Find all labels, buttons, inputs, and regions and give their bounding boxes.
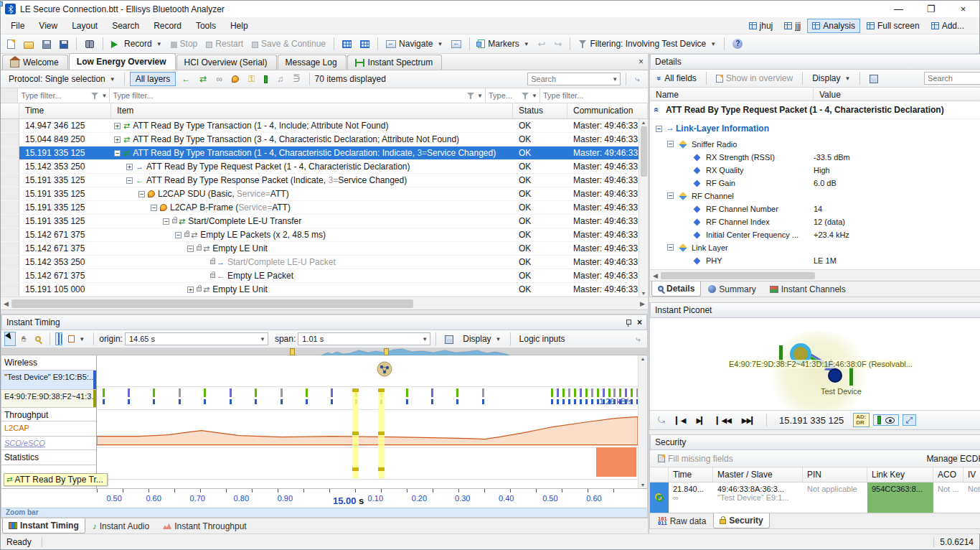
- set-markers-button[interactable]: [339, 38, 355, 50]
- time-filter-input[interactable]: [18, 91, 91, 100]
- details-display-button[interactable]: Display▼: [809, 72, 854, 85]
- open-file-button[interactable]: [20, 38, 37, 50]
- tab-welcome[interactable]: Welcome: [2, 55, 68, 70]
- table-row[interactable]: 14.947 346 125+⇄ATT Read By Type Transac…: [1, 119, 648, 133]
- save-button[interactable]: [39, 38, 55, 50]
- column-header-communication[interactable]: Communication: [567, 103, 648, 118]
- details-group[interactable]: −RF Channel: [650, 190, 980, 202]
- collapse-icon[interactable]: −: [175, 232, 182, 238]
- span-combo[interactable]: 1.01 s▼: [298, 332, 430, 345]
- table-row[interactable]: 15.142 353 250→Start/Complete LE-U Packe…: [1, 256, 648, 269]
- security-row[interactable]: 21.840...∞ 49:46:33:8A:36:3..."Test Devi…: [650, 483, 980, 513]
- table-row[interactable]: 15.191 335 125−L2CAP SDU (Basic, Service…: [1, 187, 648, 201]
- profile-layer-button[interactable]: [260, 74, 271, 85]
- timing-sync-button[interactable]: ⤷: [632, 332, 644, 345]
- collapse-icon[interactable]: −: [114, 150, 121, 157]
- transfer-layer-button[interactable]: ⇄: [196, 73, 210, 85]
- zoom-bar[interactable]: Zoom bar: [1, 508, 647, 517]
- status-filter-input[interactable]: [486, 91, 522, 100]
- tab-summary[interactable]: Summary: [702, 281, 762, 297]
- timing-chart[interactable]: Wireless"Test Device" E9:1C:B5:...E4:90:…: [1, 355, 647, 488]
- column-header-status[interactable]: Status: [513, 103, 567, 118]
- details-field[interactable]: RX QualityHigh: [650, 164, 980, 177]
- tab-message-log[interactable]: Message Log: [278, 55, 347, 70]
- layout-tab-add[interactable]: Add...: [926, 19, 969, 33]
- grid-vertical-scrollbar[interactable]: ▲ ▼: [639, 119, 648, 297]
- menu-file[interactable]: File: [4, 19, 32, 33]
- tab-details[interactable]: Details: [651, 281, 701, 297]
- overview-search-input[interactable]: [528, 75, 610, 83]
- stop-button[interactable]: Stop: [167, 37, 202, 50]
- piconet-canvas[interactable]: E4:90:7E:9D:38:F2~41:3D:1F:46:38:0F (Res…: [650, 318, 980, 410]
- zoom-tool-button[interactable]: [32, 335, 44, 343]
- next-event-button[interactable]: ▶▎: [692, 415, 709, 426]
- table-row[interactable]: 15.142 353 250+→ATT Read By Type Request…: [1, 160, 648, 174]
- close-button[interactable]: ×: [947, 1, 979, 17]
- fill-missing-fields-button[interactable]: Fill missing fields: [654, 452, 737, 465]
- details-value-column[interactable]: Value: [814, 88, 980, 101]
- collapse-icon[interactable]: −: [151, 205, 157, 211]
- timing-label-sco-esco[interactable]: SCO/eSCO: [1, 437, 96, 450]
- security-column-pin[interactable]: PIN: [803, 467, 867, 482]
- collapse-icon[interactable]: −: [163, 218, 169, 225]
- next-marker-button[interactable]: ↪: [551, 37, 566, 51]
- horizontal-splitter[interactable]: [1, 309, 648, 314]
- prev-event-button[interactable]: ▎◀: [672, 415, 689, 426]
- spectrum-sync-button[interactable]: ⤷: [631, 73, 644, 85]
- all-layers-button[interactable]: All layers: [130, 72, 176, 86]
- collapse-icon[interactable]: −: [126, 177, 133, 184]
- visibility-toggle[interactable]: [885, 417, 895, 424]
- collapse-icon[interactable]: −: [667, 244, 674, 251]
- tab-instant-timing[interactable]: Instant Timing: [2, 518, 85, 533]
- save-as-button[interactable]: [56, 38, 72, 50]
- table-row[interactable]: 15.142 671 375←Empty LE PacketOKMaster: …: [1, 269, 648, 283]
- timing-label-l2cap[interactable]: L2CAP: [1, 421, 96, 437]
- layout-tab-analysis[interactable]: Analysis: [807, 19, 860, 33]
- markers-button[interactable]: Markers▼: [474, 37, 532, 50]
- link-layer-section[interactable]: −→Link-Layer Information: [650, 119, 980, 138]
- tab-instant-channels[interactable]: Instant Channels: [763, 281, 852, 297]
- close-view-icon[interactable]: ×: [639, 57, 644, 67]
- manage-ecdh-keys-button[interactable]: Manage ECDH Keys: [923, 452, 980, 465]
- pin-icon[interactable]: [626, 319, 631, 327]
- activity-toggle[interactable]: [877, 416, 881, 424]
- timing-copy-button[interactable]: [441, 333, 457, 345]
- details-name-column[interactable]: Name: [650, 88, 814, 101]
- link-layer-button[interactable]: ∞: [212, 73, 226, 85]
- help-button[interactable]: ?: [729, 37, 746, 50]
- select-tool-button[interactable]: [4, 332, 16, 346]
- show-in-overview-button[interactable]: Show in overview: [712, 72, 796, 85]
- record-button[interactable]: Record▼: [108, 37, 166, 50]
- logic-inputs-button[interactable]: Logic inputs: [516, 332, 569, 345]
- table-row[interactable]: 15.191 335 125−L2CAP B-Frame (Service=AT…: [1, 201, 648, 215]
- pan-tool-button[interactable]: ✋︎: [18, 333, 29, 345]
- status-filter-caret[interactable]: ▼: [529, 93, 540, 99]
- details-field[interactable]: RF Channel Index12 (data): [650, 215, 980, 228]
- details-search-input[interactable]: [925, 74, 980, 83]
- timing-vertical-scrollbar[interactable]: ▲▼: [638, 355, 647, 488]
- item-funnel-icon[interactable]: [467, 92, 475, 100]
- table-row[interactable]: 15.191 335 125−⇄ATT Read By Type Transac…: [1, 146, 648, 160]
- table-row[interactable]: 15.142 671 375−⇄Empty LE UnitOKMaster: 4…: [1, 242, 648, 256]
- menu-tools[interactable]: Tools: [189, 19, 223, 33]
- column-header-time[interactable]: Time: [19, 103, 111, 118]
- navigate-button[interactable]: Navigate▼: [382, 37, 446, 50]
- overview-right-handle[interactable]: [384, 348, 389, 355]
- address-mode-button[interactable]: AD:DR: [853, 413, 869, 427]
- security-column-iv[interactable]: IV: [963, 467, 980, 482]
- security-column-master-slave[interactable]: Master / Slave: [713, 467, 803, 482]
- collapse-all-icon[interactable]: »: [651, 108, 661, 113]
- expand-icon[interactable]: +: [114, 136, 121, 143]
- expand-icon[interactable]: +: [114, 123, 121, 129]
- status-funnel-icon[interactable]: [522, 92, 529, 100]
- timing-overview-strip[interactable]: [1, 348, 647, 355]
- layout-tab-fullscreen[interactable]: Full screen: [862, 19, 925, 33]
- new-file-button[interactable]: [4, 38, 19, 50]
- tab-hci-overview-serial-[interactable]: HCI Overview (Serial): [176, 55, 277, 70]
- details-group[interactable]: −Sniffer Radio: [650, 138, 980, 151]
- overview-left-handle[interactable]: [290, 348, 295, 355]
- save-continue-button[interactable]: Save & Continue: [248, 37, 329, 50]
- grid-horizontal-scrollbar[interactable]: ◀▶: [1, 297, 648, 309]
- marker-view-button[interactable]: ▼: [65, 334, 88, 344]
- restore-button[interactable]: ❐: [915, 1, 947, 17]
